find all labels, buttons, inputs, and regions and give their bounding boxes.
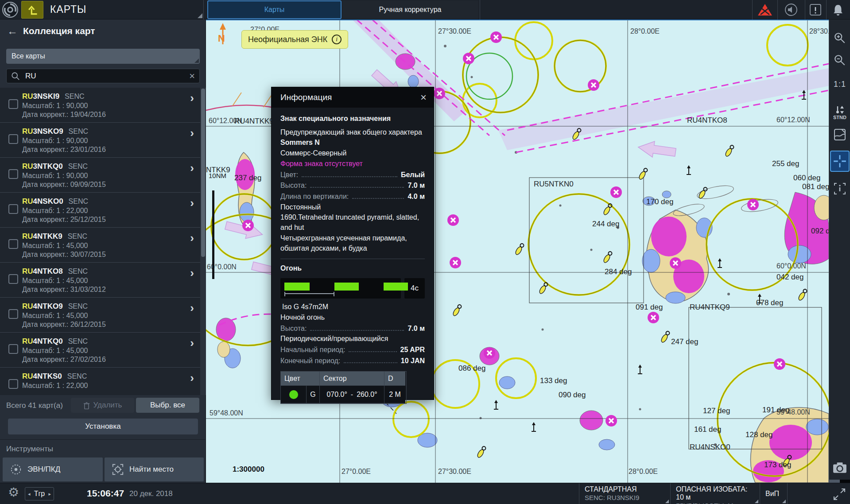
chevron-right-icon: › [190, 372, 194, 384]
settings-gear-icon[interactable]: ⚙ [8, 486, 19, 499]
chart-scale: Масштаб: 1 : 45,000 [22, 312, 187, 320]
light-characteristic: Iso G 4s7m2M [280, 302, 425, 312]
list-item[interactable]: RU4NTKQ0SENC Масштаб: 1 : 45,000 Дата ко… [0, 333, 200, 368]
search-input[interactable] [24, 71, 189, 81]
spinner-left-icon[interactable]: ◂ [28, 491, 31, 497]
list-item[interactable]: RU3NTKQ0SENC Масштаб: 1 : 90,000 Дата ко… [0, 158, 200, 193]
info-cursor-button[interactable] [831, 180, 849, 198]
dialog-titlebar[interactable]: Информация × [272, 87, 434, 108]
scale-bar [212, 190, 214, 279]
chart-display-button[interactable] [831, 126, 849, 143]
chart-cell-label: RU5NTKN0 [534, 180, 574, 189]
chart-id: RU4NTKO9SENC [22, 302, 187, 311]
panel-resize-corner[interactable] [198, 13, 202, 18]
evn-pkd-label: ЭВН/ПКД [27, 465, 60, 474]
zoom-in-button[interactable] [831, 29, 849, 47]
map-toolbar: 1:1 STND [829, 19, 850, 483]
delete-button[interactable]: Удалить [71, 398, 134, 413]
vip-label: ВиП [765, 490, 779, 498]
cursor-crosshair-button[interactable] [830, 151, 850, 172]
list-item[interactable]: RU4NTKO9SENC Масштаб: 1 : 45,000 Дата ко… [0, 298, 200, 333]
attribute-row: Высота: 7.0 м [280, 324, 425, 334]
chart-scale: Масштаб: 1 : 45,000 [22, 347, 187, 355]
info-icon[interactable]: i [332, 35, 342, 44]
bearing-label: 161 deg [694, 425, 721, 434]
list-item[interactable]: RU4NSKO0SENC Масштаб: 1 : 22,000 Дата ко… [0, 193, 200, 228]
chart-checkbox[interactable] [8, 309, 18, 319]
chart-checkbox[interactable] [8, 204, 18, 214]
install-button[interactable]: Установка [8, 419, 198, 434]
chart-id: RU4NTKO8SENC [22, 267, 187, 276]
attribute-row: Длина по вертикали: 4.0 м [280, 192, 425, 202]
light-on-bar [334, 283, 359, 291]
chevron-right-icon: › [190, 267, 194, 279]
navigate-up-button[interactable] [21, 1, 43, 19]
shape-missing-warning: Форма знака отсутствует [280, 159, 425, 169]
tab-charts[interactable]: Карты [207, 0, 342, 19]
sidebar-title: Коллекция карт [23, 26, 95, 36]
vip-cell[interactable]: ВиП [760, 483, 787, 504]
chevron-right-icon: › [190, 197, 194, 209]
spinner-right-icon[interactable]: ▸ [48, 491, 51, 497]
notifications-button[interactable] [826, 0, 850, 19]
stnd-display-button[interactable]: STND [831, 102, 849, 123]
list-item[interactable]: RU4NTKO8SENC Масштаб: 1 : 45,000 Дата ко… [0, 263, 200, 298]
back-button[interactable]: ← [7, 25, 18, 37]
heading-mode-spinner[interactable]: ◂ Тгр ▸ [25, 487, 54, 500]
tab-manual-correction[interactable]: Ручная корректура [342, 0, 478, 19]
chart-checkbox[interactable] [8, 99, 18, 109]
chart-scale: Масштаб: 1 : 90,000 [22, 102, 187, 110]
safety-contour-cell[interactable]: ОПАСНАЯ ИЗОБАТА: 10 м ГЛУБ/ВЫСОТЫ: Метры [671, 483, 760, 504]
mute-button[interactable] [777, 0, 805, 19]
bearing-label: 091 deg [636, 303, 663, 312]
map-scale-label: 1:300000 [233, 465, 264, 474]
bearing-label: 133 deg [540, 376, 567, 385]
evn-pkd-button[interactable]: ЭВН/ПКД [3, 457, 103, 481]
night-light-label: Ночной огонь [280, 313, 425, 323]
select-all-button[interactable]: Выбр. все [136, 398, 199, 413]
total-charts-label: Всего 41 карт(а) [6, 401, 63, 410]
chart-checkbox[interactable] [8, 379, 18, 389]
chevron-right-icon: › [190, 302, 194, 314]
safety-contour-label: ОПАСНАЯ ИЗОБАТА: 10 м [676, 485, 755, 501]
chart-id: RU4NSKO0SENC [22, 197, 187, 206]
chart-checkbox[interactable] [8, 239, 18, 249]
chart-id: RU4NTKQ0SENC [22, 337, 187, 346]
senc-label: SENC: RU3NSKI9 [585, 494, 666, 501]
grid-coordinate-label: 27°30.00E [438, 27, 471, 35]
chart-filter-dropdown[interactable]: Все карты [6, 49, 200, 64]
list-item[interactable]: RU3NSKO9SENC Масштаб: 1 : 90,000 Дата ко… [0, 123, 200, 158]
chart-checkbox[interactable] [8, 169, 18, 179]
scale-1to1-button[interactable]: 1:1 [831, 75, 849, 93]
list-item[interactable]: RU4NTKK9SENC Масштаб: 1 : 45,000 Дата ко… [0, 228, 200, 263]
expand-button[interactable] [831, 486, 848, 503]
attribute-row: Цвет: Белый [280, 170, 425, 180]
list-scrollbar-thumb[interactable] [201, 89, 205, 257]
find-place-button[interactable]: Найти место [105, 457, 204, 481]
chart-checkbox[interactable] [8, 344, 18, 354]
alarm-indicator[interactable] [752, 0, 777, 19]
description-ru: Четырехгранная усеченная пирамида, обшит… [280, 233, 425, 253]
display-mode-cell[interactable]: СТАНДАРТНАЯ SENC: RU3NSKI9 [579, 483, 670, 504]
north-arrow-icon: N [215, 22, 231, 50]
locate-icon [112, 463, 124, 476]
screenshot-button[interactable] [831, 459, 849, 477]
close-icon[interactable]: × [420, 92, 427, 103]
up-arrow-icon [26, 4, 39, 16]
sector-range-cell: 070.0° - 260.0° [320, 386, 384, 403]
bearing-label: 170 deg [646, 198, 673, 206]
description-en: 1690.Tetrahedral truncated pyramid, slat… [280, 213, 425, 233]
exclamation-square-icon [809, 4, 822, 16]
status-bar: ⚙ ◂ Тгр ▸ 15:06:47 20 дек. 2018 СТАНДАРТ… [0, 483, 850, 504]
clear-search-icon[interactable]: × [189, 71, 195, 81]
chart-cell-label: RU4NTKQ9 [690, 303, 730, 312]
crosshair-icon [833, 154, 847, 168]
chart-checkbox[interactable] [8, 274, 18, 284]
zoom-out-button[interactable] [831, 51, 849, 69]
list-item[interactable]: RU4NTKS0SENC Масштаб: 1 : 22,000 › [0, 368, 200, 395]
chart-checkbox[interactable] [8, 134, 18, 144]
alert-button[interactable] [805, 0, 826, 19]
chart-cell-label: RU4NSKO0 [690, 443, 730, 452]
info-dialog: Информация × Знак специального назначени… [271, 87, 434, 400]
list-item[interactable]: RU3NSKI9SENC Масштаб: 1 : 90,000 Дата ко… [0, 88, 200, 123]
